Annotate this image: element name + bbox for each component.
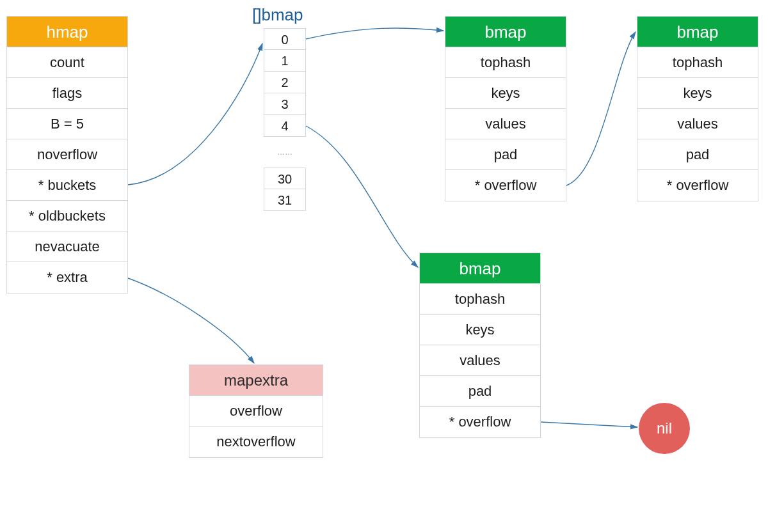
bmap-field: pad bbox=[637, 139, 758, 170]
hmap-struct: hmap count flags B = 5 noverflow * bucke… bbox=[6, 16, 128, 293]
bmap-header: bmap bbox=[445, 17, 566, 47]
bmap-field: tophash bbox=[445, 47, 566, 78]
hmap-field: noverflow bbox=[7, 139, 127, 170]
bmap-field: values bbox=[420, 345, 540, 376]
bmap-field-overflow: * overflow bbox=[420, 407, 540, 437]
hmap-field: nevacuate bbox=[7, 231, 127, 262]
bmap-header: bmap bbox=[420, 253, 540, 284]
bucket-idx: 1 bbox=[264, 50, 306, 72]
bmap-field: tophash bbox=[637, 47, 758, 78]
hmap-field-buckets: * buckets bbox=[7, 170, 127, 201]
hmap-field: * oldbuckets bbox=[7, 201, 127, 231]
bmap-struct: bmap tophash keys values pad * overflow bbox=[419, 253, 541, 438]
mapextra-field: overflow bbox=[189, 396, 323, 426]
hmap-field-extra: * extra bbox=[7, 262, 127, 293]
bmap-field: keys bbox=[445, 78, 566, 109]
hmap-field: count bbox=[7, 47, 127, 78]
bmap-field: values bbox=[637, 109, 758, 139]
bmap-field: values bbox=[445, 109, 566, 139]
bmap-field: pad bbox=[420, 376, 540, 407]
hmap-field: flags bbox=[7, 78, 127, 109]
nil-label: nil bbox=[657, 419, 672, 437]
mapextra-struct: mapextra overflow nextoverflow bbox=[189, 364, 323, 458]
bmap-field: pad bbox=[445, 139, 566, 170]
bmap-field-overflow: * overflow bbox=[445, 170, 566, 201]
bmap-struct: bmap tophash keys values pad * overflow bbox=[445, 16, 566, 201]
nil-node: nil bbox=[639, 403, 690, 454]
bucket-idx: 2 bbox=[264, 72, 306, 93]
bucket-ellipsis: …… bbox=[264, 137, 306, 168]
hmap-header: hmap bbox=[7, 17, 127, 47]
bucket-idx: 3 bbox=[264, 93, 306, 115]
bucket-idx: 30 bbox=[264, 168, 306, 189]
bmap-field: tophash bbox=[420, 284, 540, 315]
array-label: []bmap bbox=[252, 5, 303, 25]
bucket-idx: 31 bbox=[264, 189, 306, 211]
mapextra-header: mapextra bbox=[189, 365, 323, 396]
mapextra-field: nextoverflow bbox=[189, 426, 323, 457]
hmap-field: B = 5 bbox=[7, 109, 127, 139]
bmap-header: bmap bbox=[637, 17, 758, 47]
bmap-field: keys bbox=[420, 315, 540, 345]
bmap-field-overflow: * overflow bbox=[637, 170, 758, 201]
bucket-idx-4: 4 bbox=[264, 115, 306, 137]
bucket-array: 0 1 2 3 4 …… 30 31 bbox=[264, 28, 306, 211]
bmap-struct: bmap tophash keys values pad * overflow bbox=[637, 16, 758, 201]
bmap-field: keys bbox=[637, 78, 758, 109]
bucket-idx-0: 0 bbox=[264, 28, 306, 50]
